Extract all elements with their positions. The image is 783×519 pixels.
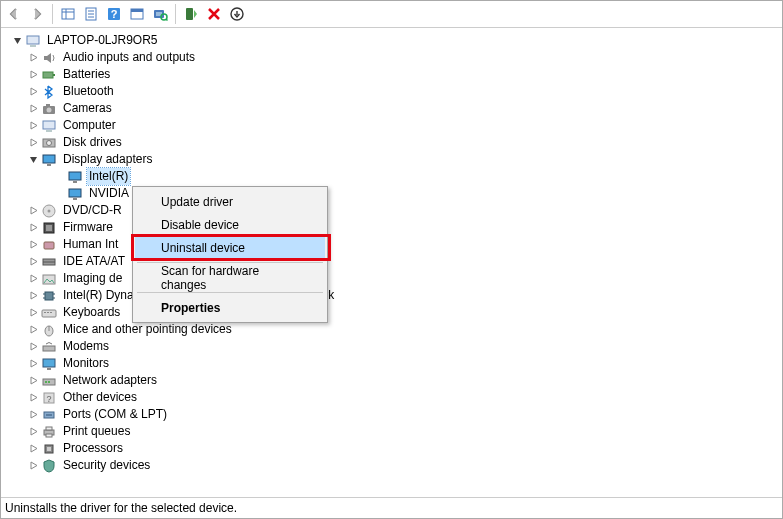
- category-keyboards[interactable]: Keyboards: [5, 304, 782, 321]
- enable-device-button[interactable]: [180, 3, 202, 25]
- category-display[interactable]: Display adapters: [5, 151, 782, 168]
- svg-rect-66: [46, 427, 52, 430]
- caret-right-icon[interactable]: [27, 221, 40, 234]
- modem-icon: [41, 339, 57, 355]
- caret-right-icon[interactable]: [27, 340, 40, 353]
- svg-rect-17: [27, 36, 39, 44]
- svg-rect-15: [186, 8, 193, 20]
- svg-rect-50: [50, 312, 52, 313]
- ctx-uninstall[interactable]: Uninstall device: [135, 236, 325, 259]
- caret-right-icon[interactable]: [27, 289, 40, 302]
- category-label: Processors: [61, 440, 125, 457]
- ctx-disable[interactable]: Disable device: [135, 213, 325, 236]
- show-hide-console-button[interactable]: [57, 3, 79, 25]
- display-icon: [41, 152, 57, 168]
- category-audio[interactable]: Audio inputs and outputs: [5, 49, 782, 66]
- category-label: Print queues: [61, 423, 132, 440]
- monitor-icon: [41, 356, 57, 372]
- status-text: Uninstalls the driver for the selected d…: [5, 501, 237, 515]
- svg-point-22: [47, 107, 52, 112]
- root-node[interactable]: LAPTOP-0LJR9OR5: [5, 32, 782, 49]
- toolbar-separator: [52, 4, 53, 24]
- svg-point-35: [48, 209, 51, 212]
- caret-right-icon[interactable]: [27, 425, 40, 438]
- device-nvidia[interactable]: NVIDIA: [5, 185, 782, 202]
- caret-right-icon[interactable]: [27, 357, 40, 370]
- category-label: IDE ATA/AT: [61, 253, 127, 270]
- category-ideata[interactable]: IDE ATA/AT: [5, 253, 782, 270]
- action-button[interactable]: [126, 3, 148, 25]
- category-modems[interactable]: Modems: [5, 338, 782, 355]
- ctx-update[interactable]: Update driver: [135, 190, 325, 213]
- svg-rect-69: [47, 447, 51, 451]
- svg-rect-10: [131, 9, 143, 12]
- category-label: Network adapters: [61, 372, 159, 389]
- category-other[interactable]: ?Other devices: [5, 389, 782, 406]
- category-mice[interactable]: Mice and other pointing devices: [5, 321, 782, 338]
- svg-rect-48: [44, 312, 46, 313]
- category-network[interactable]: Network adapters: [5, 372, 782, 389]
- caret-right-icon[interactable]: [27, 119, 40, 132]
- imaging-icon: [41, 271, 57, 287]
- caret-right-icon[interactable]: [27, 255, 40, 268]
- caret-right-icon[interactable]: [27, 238, 40, 251]
- caret-right-icon[interactable]: [27, 272, 40, 285]
- caret-right-icon[interactable]: [27, 306, 40, 319]
- category-label: Disk drives: [61, 134, 124, 151]
- caret-right-icon[interactable]: [27, 136, 40, 149]
- caret-down-icon[interactable]: [11, 34, 24, 47]
- category-printq[interactable]: Print queues: [5, 423, 782, 440]
- forward-button[interactable]: [26, 3, 48, 25]
- chip-icon: [41, 288, 57, 304]
- category-processors[interactable]: Processors: [5, 440, 782, 457]
- category-dvdcd[interactable]: DVD/CD-R: [5, 202, 782, 219]
- category-firmware[interactable]: Firmware: [5, 219, 782, 236]
- category-diskdrives[interactable]: Disk drives: [5, 134, 782, 151]
- category-monitors[interactable]: Monitors: [5, 355, 782, 372]
- back-button[interactable]: [3, 3, 25, 25]
- caret-right-icon[interactable]: [27, 391, 40, 404]
- category-batteries[interactable]: Batteries: [5, 66, 782, 83]
- caret-right-icon[interactable]: [27, 374, 40, 387]
- svg-rect-37: [46, 225, 52, 231]
- category-computer[interactable]: Computer: [5, 117, 782, 134]
- category-humanint[interactable]: Human Int: [5, 236, 782, 253]
- uninstall-device-button[interactable]: [226, 3, 248, 25]
- svg-rect-67: [46, 434, 52, 437]
- svg-rect-20: [53, 74, 55, 76]
- category-label: Modems: [61, 338, 111, 355]
- disable-device-button[interactable]: [203, 3, 225, 25]
- device-tree[interactable]: LAPTOP-0LJR9OR5 Audio inputs and outputs…: [1, 28, 782, 497]
- caret-right-icon[interactable]: [27, 102, 40, 115]
- scan-hardware-button[interactable]: [149, 3, 171, 25]
- caret-right-icon[interactable]: [27, 85, 40, 98]
- svg-rect-49: [47, 312, 49, 313]
- caret-down-icon[interactable]: [27, 153, 40, 166]
- category-bluetooth[interactable]: Bluetooth: [5, 83, 782, 100]
- caret-right-icon[interactable]: [27, 408, 40, 421]
- caret-right-icon[interactable]: [27, 51, 40, 64]
- device-intel[interactable]: Intel(R): [5, 168, 782, 185]
- category-imaging[interactable]: Imaging de: [5, 270, 782, 287]
- caret-right-icon[interactable]: [27, 323, 40, 336]
- category-label: Monitors: [61, 355, 111, 372]
- properties-button[interactable]: [80, 3, 102, 25]
- category-security[interactable]: Security devices: [5, 457, 782, 474]
- svg-point-64: [50, 414, 52, 416]
- svg-rect-0: [62, 9, 74, 19]
- caret-right-icon[interactable]: [27, 442, 40, 455]
- help-button[interactable]: ?: [103, 3, 125, 25]
- category-dpt[interactable]: Intel(R) Dynamic Platform and Thermal Fr…: [5, 287, 782, 304]
- category-ports[interactable]: Ports (COM & LPT): [5, 406, 782, 423]
- caret-right-icon[interactable]: [27, 68, 40, 81]
- svg-rect-53: [43, 346, 55, 351]
- ctx-props[interactable]: Properties: [135, 296, 325, 319]
- category-cameras[interactable]: Cameras: [5, 100, 782, 117]
- camera-icon: [41, 101, 57, 117]
- svg-rect-28: [43, 155, 55, 163]
- caret-right-icon[interactable]: [27, 204, 40, 217]
- ctx-scan[interactable]: Scan for hardware changes: [135, 266, 325, 289]
- caret-right-icon[interactable]: [27, 459, 40, 472]
- context-menu-separator: [137, 292, 323, 293]
- svg-line-14: [166, 19, 168, 21]
